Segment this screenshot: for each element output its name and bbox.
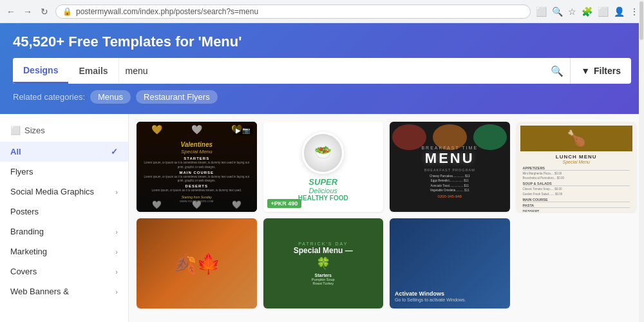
tab-designs[interactable]: Designs (13, 58, 68, 84)
sidebar-item-posters[interactable]: Posters (0, 202, 128, 222)
chevron-icon: › (115, 188, 118, 196)
template-card-valentines[interactable]: 💛🤍💛 Valentines Special Menu STARTERS Lor… (137, 122, 257, 212)
template-card-patricks[interactable]: PATRICK'S DAY Special Menu — 🍀 Starters … (263, 218, 384, 308)
site-header: 45,520+ Free Templates for 'Menu' Design… (0, 23, 644, 114)
page-title: 45,520+ Free Templates for 'Menu' (13, 33, 631, 50)
chevron-icon: › (115, 268, 118, 276)
sizes-icon: ⬜ (10, 126, 21, 135)
lock-icon: 🔒 (62, 7, 72, 16)
template-card-breakfast[interactable]: BREAKFAST TIME MENU BREAKFAST PROGRAM Ch… (390, 122, 510, 212)
card-design: 💛🤍💛 Valentines Special Menu STARTERS Lor… (137, 122, 257, 212)
chevron-icon: › (115, 248, 118, 256)
card-design: BREAKFAST TIME MENU BREAKFAST PROGRAM Ch… (390, 122, 510, 212)
sidebar: ⬜ Sizes All ✓ Flyers Social Media Graphi… (0, 114, 129, 322)
sidebar-item-all[interactable]: All ✓ (0, 142, 128, 162)
search-input-wrap (118, 58, 545, 84)
main-layout: ⬜ Sizes All ✓ Flyers Social Media Graphi… (0, 114, 644, 322)
browser-chrome: ← → ↻ 🔒 postermywall.com/index.php/poste… (0, 0, 644, 23)
card-design: Activate Windows Go to Settings to activ… (390, 218, 510, 308)
forward-button[interactable]: → (22, 6, 33, 17)
back-button[interactable]: ← (5, 6, 17, 17)
chevron-icon: › (115, 288, 118, 296)
card-design: PATRICK'S DAY Special Menu — 🍀 Starters … (263, 218, 384, 308)
video-badge: ▶ 📷 (233, 126, 253, 135)
related-tag-menus[interactable]: Menus (90, 90, 131, 104)
browser-toolbar: ⬜ 🔍 ☆ 🧩 ⬜ 👤 ⋮ (536, 6, 639, 17)
address-bar[interactable]: 🔒 postermywall.com/index.php/posters/sea… (55, 5, 531, 19)
card-design: 🥗 SUPER Delicious HEALTHY FOOD (263, 122, 384, 212)
sidebar-item-label: Covers (10, 267, 37, 276)
sizes-label: Sizes (24, 126, 45, 135)
sidebar-item-flyers[interactable]: Flyers (0, 162, 128, 182)
sidebar-item-label: All (10, 147, 21, 156)
tab-group: Designs Emails (13, 58, 118, 84)
filter-label: Filters (594, 66, 621, 76)
sidebar-item-label: Web Banners & (10, 287, 69, 296)
sidebar-item-label: Social Media Graphics (10, 187, 94, 196)
reload-button[interactable]: ↻ (39, 6, 50, 17)
template-card-lunch[interactable]: 🍗 LUNCH MENU Special Menu APPETIZERS Min… (516, 122, 637, 212)
sidebar-item-social-media[interactable]: Social Media Graphics › (0, 182, 128, 202)
sidebar-item-label: Marketing (10, 247, 47, 256)
related-label: Related categories: (13, 92, 85, 102)
split-icon[interactable]: ⬜ (598, 6, 609, 17)
card-design: 🍂🍁 (137, 218, 257, 308)
filter-button[interactable]: ▼ Filters (570, 58, 631, 84)
menu-icon[interactable]: ⋮ (630, 6, 639, 17)
cast-icon[interactable]: ⬜ (536, 6, 547, 17)
url-text: postermywall.com/index.php/posters/searc… (76, 7, 258, 16)
windows-subtext: Go to Settings to activate Windows. (395, 297, 466, 303)
related-row: Related categories: Menus Restaurant Fly… (13, 90, 631, 104)
check-icon: ✓ (111, 147, 118, 156)
search-input[interactable] (126, 66, 538, 76)
price-badge: +PKR 490 (267, 199, 302, 208)
related-tag-restaurant-flyers[interactable]: Restaurant Flyers (136, 90, 218, 104)
scrollbar[interactable] (639, 0, 644, 322)
profile-icon[interactable]: 👤 (614, 6, 625, 17)
template-card-fall[interactable]: 🍂🍁 (137, 218, 257, 308)
search-row: Designs Emails 🔍 ▼ Filters (13, 58, 631, 84)
scrollbar-thumb (639, 1, 643, 40)
sidebar-item-label: Branding (10, 227, 44, 236)
sidebar-item-branding[interactable]: Branding › (0, 222, 128, 242)
sidebar-item-covers[interactable]: Covers › (0, 261, 128, 281)
template-card-healthy[interactable]: 🥗 SUPER Delicious HEALTHY FOOD +PKR 490 (263, 122, 384, 212)
bookmark-icon[interactable]: ☆ (568, 6, 576, 17)
sidebar-item-label: Posters (10, 207, 39, 216)
sidebar-sizes[interactable]: ⬜ Sizes (0, 122, 128, 142)
sidebar-item-label: Flyers (10, 167, 33, 176)
search-submit-button[interactable]: 🔍 (544, 58, 570, 84)
sidebar-item-web-banners[interactable]: Web Banners & › (0, 281, 128, 301)
extension-icon[interactable]: 🧩 (582, 6, 592, 17)
windows-text: Activate Windows (395, 290, 444, 297)
zoom-icon[interactable]: 🔍 (552, 6, 563, 17)
grid-area: 💛🤍💛 Valentines Special Menu STARTERS Lor… (129, 114, 644, 322)
template-card-windows[interactable]: Activate Windows Go to Settings to activ… (390, 218, 510, 308)
template-grid: 💛🤍💛 Valentines Special Menu STARTERS Lor… (137, 122, 636, 308)
filter-icon: ▼ (581, 66, 590, 76)
card-design: 🍗 LUNCH MENU Special Menu APPETIZERS Min… (516, 122, 637, 212)
tab-emails[interactable]: Emails (68, 58, 118, 84)
chevron-icon: › (115, 228, 118, 236)
sidebar-item-marketing[interactable]: Marketing › (0, 242, 128, 261)
